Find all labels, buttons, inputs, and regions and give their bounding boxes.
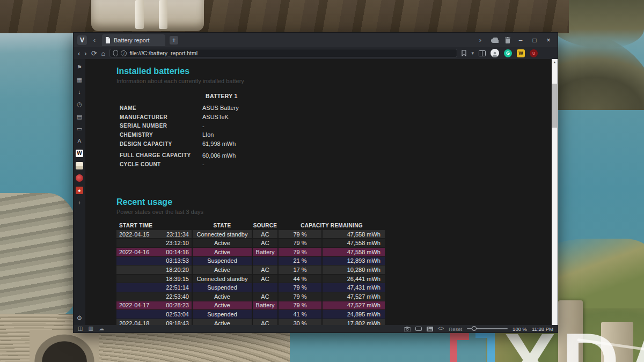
tiling-icon[interactable]: ▥ <box>88 326 93 331</box>
battery-info-row: CYCLE COUNT- <box>116 160 552 169</box>
usage-row: 2022-04-1600:14:16ActiveBattery79 %47,55… <box>116 248 386 256</box>
cell-start-time: 18:20:20 <box>116 265 192 274</box>
cell-start-time: 2022-04-1523:11:34 <box>116 230 192 239</box>
start-time: 02:53:04 <box>166 311 189 317</box>
xda-logo-icon <box>450 330 496 362</box>
battery-info-value: ASUS Battery <box>202 105 239 111</box>
reload-icon[interactable]: ⟳ <box>91 50 97 57</box>
minimize-button[interactable]: – <box>517 36 524 44</box>
usage-row: 22:53:40ActiveAC79 %47,527 mWh <box>116 292 386 301</box>
code-view-icon[interactable]: <> <box>438 326 444 331</box>
zoom-reset-button[interactable]: Reset <box>449 326 462 332</box>
wikipedia-webpanel-icon[interactable]: W <box>76 150 83 157</box>
shield-icon[interactable] <box>113 50 118 56</box>
usage-row: 03:13:53Suspended21 %12,893 mWh <box>116 257 386 265</box>
cell-capacity: 17,802 mWh <box>323 319 385 325</box>
panel-toggle-icon[interactable]: ◫ <box>78 326 83 331</box>
cell-percent: 41 % <box>279 310 321 319</box>
cell-start-time: 22:53:40 <box>116 292 192 301</box>
webpanel-favicon[interactable] <box>76 174 83 182</box>
forward-icon[interactable]: › <box>84 50 86 57</box>
ublock-extension-icon[interactable]: U <box>530 49 538 57</box>
start-time: 00:14:16 <box>166 249 189 255</box>
installed-batteries-section: Installed batteries Information about ea… <box>116 67 552 169</box>
cell-capacity: 47,527 mWh <box>323 301 385 310</box>
mail-panel-icon[interactable]: ▭ <box>76 125 83 132</box>
sync-cloud-icon[interactable] <box>491 38 499 43</box>
tab-title: Battery report <box>114 37 150 43</box>
start-date: 2022-04-15 <box>119 231 149 238</box>
start-time: 00:28:23 <box>166 302 189 308</box>
battery-info-label: NAME <box>116 105 202 111</box>
webpanel-favicon[interactable]: ♠ <box>76 187 83 194</box>
cell-percent: 79 % <box>279 239 321 247</box>
cell-start-time: 02:53:04 <box>116 310 192 319</box>
cell-capacity: 47,527 mWh <box>323 292 385 301</box>
webpanel-favicon[interactable] <box>76 162 83 169</box>
zoom-slider[interactable] <box>467 328 508 329</box>
maximize-button[interactable]: □ <box>531 36 538 44</box>
start-date: 2022-04-17 <box>119 302 149 308</box>
wallpaper-arch <box>30 330 99 362</box>
url-field[interactable]: i file:///C:/battery_report.html <box>109 49 457 57</box>
section-title-installed: Installed batteries <box>116 67 552 76</box>
cell-source: AC <box>253 292 277 301</box>
history-icon[interactable]: ◷ <box>76 100 83 108</box>
cell-capacity: 10,280 mWh <box>323 265 385 274</box>
translate-icon[interactable]: A <box>76 137 83 145</box>
usage-table-header: START TIME STATE SOURCE CAPACITY REMAINI… <box>116 221 386 230</box>
cell-state: Active <box>193 239 252 247</box>
scrollbar-up-arrow[interactable]: ▲ <box>552 59 558 65</box>
start-time: 09:18:43 <box>166 320 189 325</box>
cell-start-time: 2022-04-1700:28:23 <box>116 301 192 310</box>
scrollbar-thumb[interactable] <box>552 84 557 128</box>
trash-closed-tabs-icon[interactable] <box>505 37 510 43</box>
capture-camera-icon[interactable] <box>404 327 411 331</box>
back-icon[interactable]: ‹ <box>78 50 80 57</box>
page-scrollbar[interactable]: ▲ <box>552 59 558 325</box>
header-source: SOURCE <box>253 223 277 228</box>
tab-overflow-icon[interactable]: › <box>476 36 485 44</box>
address-bar-right: ▾ G W U <box>462 49 538 57</box>
bookmark-icon[interactable] <box>462 50 466 56</box>
cell-start-time: 03:13:53 <box>116 257 192 265</box>
usage-row: 02:53:04Suspended41 %24,895 mWh <box>116 310 386 319</box>
close-button[interactable]: × <box>545 36 552 44</box>
recent-usage-table: START TIME STATE SOURCE CAPACITY REMAINI… <box>116 221 386 325</box>
cell-percent: 17 % <box>279 265 321 274</box>
installed-batteries-table: BATTERY 1 NAMEASUS BatteryMANUFACTURERAS… <box>116 93 552 169</box>
settings-gear-icon[interactable]: ⚙ <box>76 314 83 322</box>
notes-icon[interactable]: ▤ <box>76 113 83 120</box>
window-panel-icon[interactable]: ▦ <box>76 76 83 83</box>
wayback-extension-icon[interactable]: W <box>517 49 525 57</box>
start-date: 2022-04-16 <box>119 249 149 255</box>
new-tab-button[interactable]: + <box>170 36 178 45</box>
downloads-icon[interactable]: ↓ <box>76 88 83 95</box>
battery-info-value: ASUSTeK <box>202 114 229 120</box>
page-actions-icon[interactable] <box>415 327 422 331</box>
home-icon[interactable]: ⌂ <box>101 50 106 57</box>
toggle-images-icon[interactable] <box>427 327 433 331</box>
tab-battery-report[interactable]: Battery report <box>102 34 165 46</box>
zoom-slider-knob[interactable] <box>472 326 477 331</box>
cell-state: Connected standby <box>193 230 252 239</box>
battery-info-row: NAMEASUS Battery <box>116 104 552 113</box>
sync-status-cloud-icon[interactable]: ☁ <box>99 326 104 331</box>
grammarly-extension-icon[interactable]: G <box>504 49 512 57</box>
panel-sidebar: ⚑▦↓◷▤▭AW♠+⚙ <box>74 59 85 325</box>
cell-percent: 79 % <box>279 292 321 301</box>
reading-list-icon[interactable] <box>479 50 486 56</box>
battery-info-label: FULL CHARGE CAPACITY <box>116 152 202 158</box>
bookmarks-icon[interactable]: ⚑ <box>76 63 83 71</box>
add-webpanel-icon[interactable]: + <box>76 199 83 206</box>
cell-state: Active <box>193 248 252 256</box>
profile-avatar[interactable] <box>491 49 499 57</box>
status-bar-right: <> Reset 100 % 11:28 PM <box>404 326 553 332</box>
site-info-icon[interactable]: i <box>121 50 127 56</box>
battery-info-row: SERIAL NUMBER- <box>116 121 552 130</box>
bookmark-caret-icon[interactable]: ▾ <box>471 50 474 56</box>
tab-back-icon[interactable]: ‹ <box>90 36 99 44</box>
usage-row: 2022-04-1809:18:43ActiveAC30 %17,802 mWh <box>116 319 386 325</box>
vivaldi-menu-button[interactable]: V <box>77 35 87 45</box>
cell-state: Suspended <box>193 283 252 292</box>
